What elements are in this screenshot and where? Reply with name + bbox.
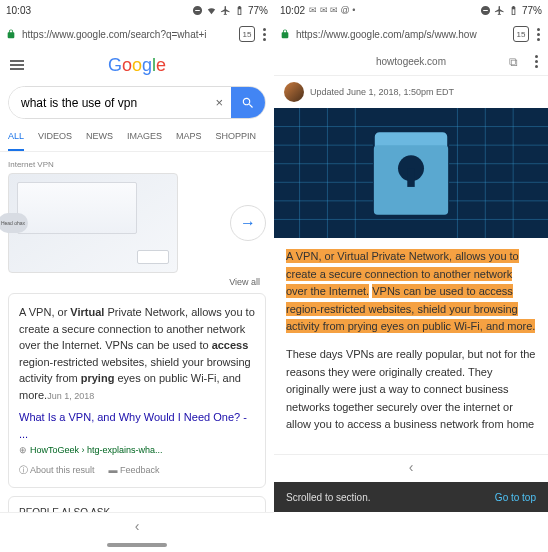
amp-menu[interactable] [533, 53, 540, 70]
image-carousel[interactable]: Head ohax → [8, 173, 266, 273]
phone-left: 10:03 77% https://www.google.com/search?… [0, 0, 274, 552]
address-bar[interactable]: https://www.google.com/amp/s/www.how 15 [274, 20, 548, 48]
status-bar: 10:02 ✉ ✉ ✉ @ • 77% [274, 0, 548, 20]
battery-pct: 77% [248, 5, 268, 16]
status-bar: 10:03 77% [0, 0, 274, 20]
preview-image[interactable] [8, 173, 178, 273]
scroll-toast: Scrolled to section. Go to top [274, 482, 548, 512]
dnd-icon [480, 5, 491, 16]
clock: 10:03 [6, 5, 31, 16]
people-also-ask: PEOPLE ALSO ASK What does a VPN do for y… [8, 496, 266, 512]
tab-news[interactable]: NEWS [86, 123, 113, 151]
tab-videos[interactable]: VIDEOS [38, 123, 72, 151]
tabs-button[interactable]: 15 [513, 26, 529, 42]
search-input[interactable] [9, 87, 207, 118]
result-link[interactable]: What Is a VPN, and Why Would I Need One?… [19, 409, 255, 442]
search-box: × [8, 86, 266, 119]
clear-icon[interactable]: × [207, 87, 231, 118]
view-all-link[interactable]: View all [14, 277, 260, 287]
author-avatar [284, 82, 304, 102]
home-gesture[interactable] [0, 538, 274, 552]
featured-snippet: A VPN, or Virtual Private Network, allow… [8, 293, 266, 488]
phone-right: 10:02 ✉ ✉ ✉ @ • 77% https://www.google.c… [274, 0, 548, 552]
tab-all[interactable]: ALL [8, 123, 24, 151]
battery-pct: 77% [522, 5, 542, 16]
battery-icon [508, 5, 519, 16]
cloud-badge: Head ohax [0, 213, 28, 233]
search-tabs: ALL VIDEOS NEWS IMAGES MAPS SHOPPIN [0, 123, 274, 152]
article-paragraph: These days VPNs are really popular, but … [286, 346, 536, 434]
link-icon[interactable]: ⧉ [509, 55, 518, 69]
clock: 10:02 [280, 5, 305, 16]
address-bar[interactable]: https://www.google.com/search?q=what+i 1… [0, 20, 274, 48]
byline: Updated June 1, 2018, 1:50pm EDT [274, 76, 548, 108]
lock-icon [280, 29, 290, 39]
overflow-menu[interactable] [261, 26, 268, 43]
dnd-icon [192, 5, 203, 16]
article-body: A VPN, or Virtual Private Network, allow… [274, 238, 548, 454]
status-icons: 77% [192, 5, 268, 16]
notif-icons: ✉ ✉ ✉ @ • [309, 5, 355, 15]
result-cite: HowToGeek › htg-explains-wha... [19, 444, 255, 458]
about-result[interactable]: ⓘ About this result [19, 464, 95, 478]
carousel-label: Internet VPN [8, 160, 266, 169]
tab-images[interactable]: IMAGES [127, 123, 162, 151]
lock-icon [6, 29, 16, 39]
amp-header: howtogeek.com ⧉ [274, 48, 548, 76]
google-header: Google [0, 48, 274, 82]
feedback-link[interactable]: ▬ Feedback [109, 464, 160, 478]
status-icons: 77% [480, 5, 542, 16]
airplane-icon [494, 5, 505, 16]
wifi-icon [206, 5, 217, 16]
url-text: https://www.google.com/amp/s/www.how [296, 29, 507, 40]
tab-shopping[interactable]: SHOPPIN [216, 123, 257, 151]
tab-maps[interactable]: MAPS [176, 123, 202, 151]
search-button[interactable] [231, 87, 265, 118]
nav-back[interactable]: ‹ [0, 512, 274, 538]
url-text: https://www.google.com/search?q=what+i [22, 29, 233, 40]
google-logo: Google [108, 55, 166, 76]
results: Internet VPN Head ohax → View all A VPN,… [0, 152, 274, 512]
overflow-menu[interactable] [535, 26, 542, 43]
tabs-button[interactable]: 15 [239, 26, 255, 42]
airplane-icon [220, 5, 231, 16]
battery-icon [234, 5, 245, 16]
carousel-next[interactable]: → [230, 205, 266, 241]
nav-back[interactable]: ‹ [274, 454, 548, 480]
hamburger-icon[interactable] [10, 58, 24, 72]
go-to-top[interactable]: Go to top [495, 492, 536, 503]
hero-image [274, 108, 548, 238]
